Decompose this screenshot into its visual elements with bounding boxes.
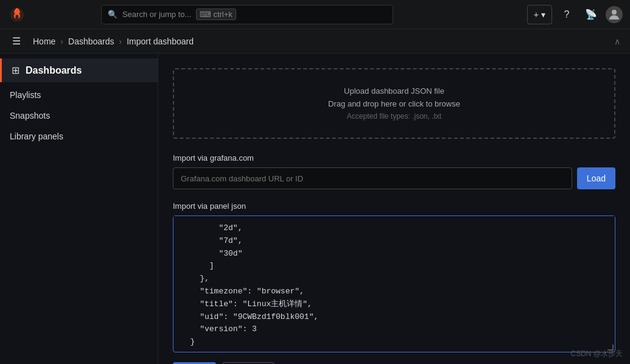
grafana-import-label: Import via grafana.com — [173, 153, 615, 163]
add-icon: + — [534, 10, 539, 19]
dashboards-grid-icon: ⊞ — [12, 65, 19, 76]
news-button[interactable]: 📡 — [581, 5, 601, 24]
search-shortcut: ⌨ ctrl+k — [196, 9, 236, 20]
upload-accepted-types: Accepted file types: .json, .txt — [191, 112, 597, 121]
search-icon: 🔍 — [108, 10, 117, 19]
upload-title: Upload dashboard JSON file — [191, 86, 597, 96]
breadcrumb-bar: ☰ Home › Dashboards › Import dashboard ∧ — [0, 29, 630, 54]
sidebar: ⊞ Dashboards Playlists Snapshots Library… — [0, 54, 158, 364]
breadcrumb-sep-1: › — [60, 37, 63, 46]
search-bar[interactable]: 🔍 Search or jump to... ⌨ ctrl+k — [101, 5, 393, 24]
grafana-load-button[interactable]: Load — [577, 167, 615, 189]
sidebar-title: Dashboards — [26, 65, 82, 76]
breadcrumb-dashboards[interactable]: Dashboards — [68, 37, 114, 46]
breadcrumb-home[interactable]: Home — [33, 37, 55, 46]
sidebar-header-dashboards[interactable]: ⊞ Dashboards — [0, 58, 158, 82]
upload-area[interactable]: Upload dashboard JSON file Drag and drop… — [173, 68, 615, 139]
sidebar-item-library-panels[interactable]: Library panels — [0, 126, 158, 147]
help-icon: ? — [564, 9, 570, 20]
grafana-logo — [7, 5, 27, 24]
search-placeholder: Search or jump to... — [122, 10, 191, 19]
grafana-url-input[interactable] — [173, 167, 572, 189]
sidebar-item-snapshots[interactable]: Snapshots — [0, 105, 158, 126]
breadcrumb-current: Import dashboard — [127, 37, 194, 46]
breadcrumb-collapse-icon[interactable]: ∧ — [614, 37, 620, 46]
news-icon: 📡 — [585, 9, 597, 20]
json-textarea-wrapper: "2d", "7d", "30d" ] }, "timezone": "brow… — [173, 215, 615, 352]
sidebar-item-snapshots-label: Snapshots — [10, 111, 50, 121]
sidebar-item-library-panels-label: Library panels — [10, 131, 63, 141]
footer-watermark: CSDN @水步天 — [570, 349, 623, 359]
add-chevron-icon: ▾ — [541, 10, 545, 19]
grafana-import-row: Load — [173, 167, 615, 189]
main-layout: ⊞ Dashboards Playlists Snapshots Library… — [0, 54, 630, 364]
hamburger-menu-button[interactable]: ☰ — [10, 33, 23, 49]
topbar: 🔍 Search or jump to... ⌨ ctrl+k + ▾ ? 📡 — [0, 0, 630, 29]
help-button[interactable]: ? — [557, 5, 576, 24]
panel-json-label: Import via panel json — [173, 201, 615, 211]
svg-point-2 — [612, 10, 617, 15]
upload-drag-text: Drag and drop here or click to browse — [191, 99, 597, 108]
main-content: Upload dashboard JSON file Drag and drop… — [158, 54, 630, 364]
topbar-right: + ▾ ? 📡 — [527, 5, 623, 24]
add-button[interactable]: + ▾ — [527, 5, 552, 24]
sidebar-item-playlists-label: Playlists — [10, 90, 41, 100]
sidebar-item-playlists[interactable]: Playlists — [0, 85, 158, 105]
json-textarea[interactable]: "2d", "7d", "30d" ] }, "timezone": "brow… — [173, 216, 615, 350]
user-avatar[interactable] — [606, 6, 623, 23]
breadcrumb-sep-2: › — [119, 37, 122, 46]
